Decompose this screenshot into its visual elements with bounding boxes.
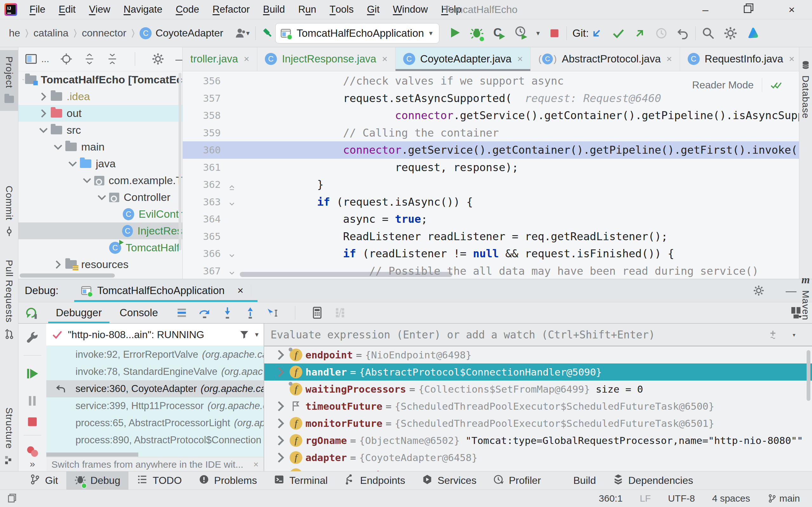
git-update-button-icon[interactable] xyxy=(590,26,603,40)
variable-row-handler[interactable]: fhandler={AbstractProtocol$ConnectionHan… xyxy=(264,363,812,381)
indent-setting[interactable]: 4 spaces xyxy=(712,493,750,504)
hide-panel-button-icon[interactable]: — xyxy=(175,53,183,65)
stack-frame-row[interactable]: process:65, AbstractProcessorLight(org.a… xyxy=(46,414,264,432)
line-number[interactable]: 359 xyxy=(183,124,239,142)
git-commit-button-icon[interactable] xyxy=(612,26,625,40)
project-tree-vertical-scrollbar[interactable] xyxy=(179,73,182,250)
fold-marker-icon[interactable] xyxy=(227,249,237,258)
file-encoding[interactable]: UTF-8 xyxy=(668,493,695,504)
tree-chevron-down-icon[interactable] xyxy=(65,157,80,171)
project-view-selector-icon[interactable] xyxy=(25,53,38,65)
line-number[interactable]: 360 xyxy=(183,141,239,159)
line-number[interactable]: 361 xyxy=(183,159,239,176)
line-number[interactable]: 366 xyxy=(183,245,239,262)
line-number[interactable]: 363 xyxy=(183,193,239,211)
tree-item-injectres[interactable]: CInjectRes xyxy=(18,222,183,239)
toolwindow-button-git[interactable]: Git xyxy=(21,471,66,490)
line-ending[interactable]: LF xyxy=(640,493,651,504)
fold-marker-icon[interactable] xyxy=(227,197,237,207)
sidebar-item-maven[interactable]: mMaven xyxy=(799,269,812,327)
tree-item-evilcontr[interactable]: CEvilContr xyxy=(18,206,183,222)
tree-chevron-down-icon[interactable] xyxy=(36,123,51,137)
profile-button-icon[interactable] xyxy=(514,26,528,40)
rerun-debug-button-icon[interactable] xyxy=(24,306,38,320)
menu-item-build[interactable]: Build xyxy=(256,0,292,19)
tree-chevron-down-icon[interactable] xyxy=(80,173,94,187)
line-number[interactable]: 356 xyxy=(183,72,239,90)
evaluate-expression-button-icon[interactable] xyxy=(310,306,324,320)
debug-settings-button-icon[interactable] xyxy=(26,331,39,345)
settings-button-icon[interactable] xyxy=(723,26,738,40)
tree-chevron-right-icon[interactable] xyxy=(36,89,51,104)
space-logo-icon[interactable] xyxy=(746,26,760,40)
tree-item-tomcathalf[interactable]: CTomcatHalf xyxy=(18,239,183,256)
tab-debugger[interactable]: Debugger xyxy=(47,302,111,323)
restore-button[interactable] xyxy=(742,2,755,17)
git-push-button-icon[interactable] xyxy=(633,26,647,40)
chevron-down-icon[interactable]: ▾ xyxy=(255,331,258,339)
toolwindow-button-services[interactable]: Services xyxy=(413,471,485,490)
debug-session-tab[interactable]: TomcatHalfEchoApplication × xyxy=(72,279,259,302)
filter-icon[interactable] xyxy=(239,329,250,340)
show-execution-point-button-icon[interactable] xyxy=(175,306,189,320)
sidebar-item-structure[interactable]: Structure xyxy=(0,401,18,472)
git-rollback-button-icon[interactable] xyxy=(676,26,690,40)
line-number[interactable]: 364 xyxy=(183,210,239,228)
tree-item-com-example-t[interactable]: com.example.T xyxy=(18,172,183,189)
locate-file-button-icon[interactable] xyxy=(60,53,72,65)
reader-mode-label[interactable]: Reader Mode xyxy=(692,76,754,94)
tree-chevron-right-icon[interactable] xyxy=(272,397,290,415)
user-dropdown-icon[interactable]: ▾ xyxy=(246,29,250,38)
build-hammer-icon[interactable] xyxy=(261,27,273,39)
project-tree-horizontal-scrollbar[interactable] xyxy=(20,274,115,278)
stack-frame-row[interactable]: process:890, AbstractProtocol$Connection xyxy=(46,432,264,449)
editor-horizontal-scrollbar[interactable] xyxy=(240,272,452,277)
tree-chevron-right-icon[interactable] xyxy=(51,257,65,272)
variable-row-monitorFuture[interactable]: fmonitorFuture={ScheduledThreadPoolExecu… xyxy=(264,415,812,432)
toolwindow-button-terminal[interactable]: Terminal xyxy=(265,471,336,490)
sidebar-item-pull-requests[interactable]: Pull Requests xyxy=(0,253,18,345)
line-number[interactable]: 367 xyxy=(183,262,239,279)
caret-position[interactable]: 360:1 xyxy=(599,493,623,504)
line-number[interactable]: 365 xyxy=(183,228,239,245)
tree-chevron-down-icon[interactable] xyxy=(51,140,65,154)
step-out-button-icon[interactable] xyxy=(244,306,257,320)
tree-item-out[interactable]: out xyxy=(18,105,183,122)
tree-chevron-down-icon[interactable] xyxy=(95,190,109,205)
more-actions-button[interactable]: » xyxy=(30,458,35,469)
add-watch-icon[interactable] xyxy=(768,329,779,340)
stack-frame-row[interactable]: invoke:78, StandardEngineValve(org.apac xyxy=(46,363,264,380)
view-breakpoints-button-icon[interactable] xyxy=(26,445,39,458)
tree-item-controller[interactable]: Controller xyxy=(18,189,183,206)
close-icon[interactable]: × xyxy=(517,54,523,64)
stop-debug-button-icon[interactable] xyxy=(26,415,39,429)
variable-row-adapter[interactable]: fadapter={CoyoteAdapter@6458} xyxy=(264,449,812,466)
tree-item-resources[interactable]: resources xyxy=(18,256,183,273)
tree-chevron-down-icon[interactable] xyxy=(21,78,25,81)
pause-button-icon[interactable] xyxy=(26,394,39,408)
sidebar-item-project[interactable]: Project xyxy=(0,50,18,111)
run-to-cursor-button-icon[interactable] xyxy=(266,306,280,320)
variable-row-timeoutFuture[interactable]: timeoutFuture={ScheduledThreadPoolExecut… xyxy=(264,398,812,415)
stop-button-icon[interactable] xyxy=(548,27,561,40)
toolwindow-button-debug[interactable]: Debug xyxy=(66,471,129,490)
toolwindow-button-build[interactable]: Build xyxy=(549,471,604,490)
fold-marker-icon[interactable] xyxy=(227,266,237,276)
toolwindow-button-endpoints[interactable]: Endpoints xyxy=(336,471,413,490)
fold-marker-icon[interactable] xyxy=(227,180,237,189)
panel-settings-button-icon[interactable] xyxy=(152,53,164,65)
breadcrumb-item[interactable]: he xyxy=(7,27,22,39)
close-icon[interactable]: × xyxy=(666,54,672,64)
menu-item-window[interactable]: Window xyxy=(386,0,435,19)
menu-item-navigate[interactable]: Navigate xyxy=(117,0,169,19)
search-everywhere-button-icon[interactable] xyxy=(701,26,715,40)
git-history-button-icon[interactable] xyxy=(655,26,668,40)
tab-troller-java[interactable]: troller.java× xyxy=(183,47,257,71)
git-branch-widget[interactable]: main xyxy=(767,493,800,504)
toolwindow-button-problems[interactable]: Problems xyxy=(190,471,265,490)
tree-chevron-right-icon[interactable] xyxy=(272,363,290,381)
frames-horizontal-scrollbar[interactable] xyxy=(46,452,138,457)
code-editor[interactable]: 356357358359360361362363364365366367 //c… xyxy=(183,71,799,279)
menu-item-tools[interactable]: Tools xyxy=(323,0,360,19)
tab-console[interactable]: Console xyxy=(111,302,167,323)
